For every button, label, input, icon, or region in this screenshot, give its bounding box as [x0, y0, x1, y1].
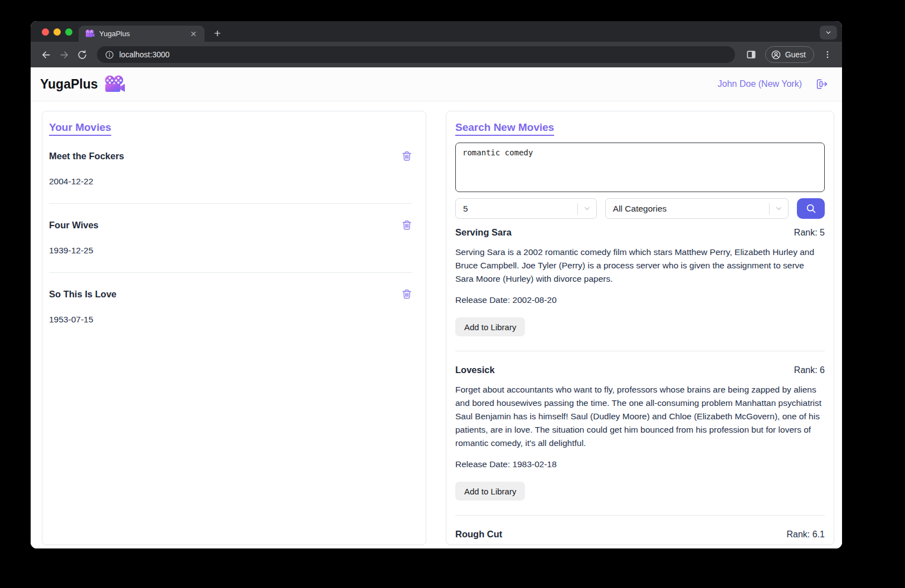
divider — [577, 203, 578, 214]
search-query-input[interactable]: romantic comedy — [455, 143, 825, 192]
category-select[interactable]: All Categories — [605, 198, 789, 219]
result-release-date: Release Date: 1983-02-18 — [455, 459, 825, 469]
result-title: Rough Cut — [455, 529, 502, 540]
result-rank: Rank: 5 — [794, 228, 825, 238]
guest-avatar-icon — [771, 50, 781, 60]
divider — [769, 203, 770, 214]
divider — [49, 272, 412, 273]
side-panel-icon — [746, 49, 757, 60]
search-result: Rough Cut Rank: 6.1 — [455, 529, 825, 540]
side-panel-button[interactable] — [744, 47, 758, 62]
logout-icon — [815, 78, 828, 90]
library-movie-date: 2004-12-22 — [49, 177, 412, 187]
max-results-select[interactable]: 5 — [455, 198, 597, 219]
browser-toolbar: localhost:3000 Guest — [31, 42, 842, 67]
chevron-down-icon — [583, 204, 591, 213]
result-rank: Rank: 6 — [794, 365, 825, 375]
back-arrow-icon — [40, 49, 52, 61]
result-description: Serving Sara is a 2002 romantic comedy f… — [455, 246, 825, 286]
library-movie-item: So This Is Love 1953-07-15 — [49, 288, 412, 325]
add-to-library-button[interactable]: Add to Library — [455, 482, 525, 501]
forward-button[interactable] — [57, 47, 72, 62]
result-rank: Rank: 6.1 — [787, 530, 825, 540]
refresh-button[interactable] — [75, 48, 89, 62]
url-text: localhost:3000 — [119, 50, 169, 59]
trash-icon — [401, 150, 412, 161]
three-dots-icon — [823, 50, 833, 60]
minimize-window-button[interactable] — [53, 28, 61, 36]
back-button[interactable] — [38, 47, 53, 62]
search-result: Lovesick Rank: 6 Forget about accountant… — [455, 365, 825, 516]
app-header: YugaPlus John Doe (New York) — [31, 67, 842, 101]
result-description: Forget about accountants who want to fly… — [455, 383, 825, 450]
result-title: Lovesick — [455, 365, 495, 375]
logout-button[interactable] — [815, 78, 828, 90]
main-content: Your Movies Meet the Fockers 2004-12-22 — [31, 101, 842, 548]
movie-camera-logo-icon — [104, 75, 125, 94]
browser-window: YugaPlus ✕ + localhost:3000 Guest — [31, 21, 842, 548]
guest-profile-button[interactable]: Guest — [765, 46, 814, 63]
trash-icon — [401, 288, 412, 300]
library-movie-title: So This Is Love — [49, 289, 116, 300]
site-info-icon[interactable] — [105, 50, 114, 60]
tab-search-chevron-button[interactable] — [820, 26, 837, 40]
search-button[interactable] — [797, 198, 825, 219]
app-title: YugaPlus — [40, 77, 98, 92]
search-controls: 5 All Categories — [455, 198, 825, 219]
fullscreen-window-button[interactable] — [65, 28, 72, 36]
close-window-button[interactable] — [42, 28, 49, 36]
category-value: All Categories — [613, 204, 765, 214]
search-icon — [805, 203, 817, 214]
divider — [455, 351, 825, 351]
traffic-lights — [42, 28, 72, 36]
refresh-icon — [77, 50, 87, 60]
library-movie-date: 1953-07-15 — [49, 315, 412, 325]
library-movie-title: Meet the Fockers — [49, 151, 124, 161]
guest-label: Guest — [785, 50, 806, 59]
tab-title: YugaPlus — [99, 30, 183, 38]
tab-strip: YugaPlus ✕ + — [31, 21, 842, 42]
browser-menu-button[interactable] — [821, 48, 834, 61]
address-bar[interactable]: localhost:3000 — [97, 46, 735, 63]
your-movies-panel: Your Movies Meet the Fockers 2004-12-22 — [42, 111, 426, 545]
divider — [49, 203, 412, 204]
user-name-location: John Doe (New York) — [718, 79, 802, 89]
forward-arrow-icon — [59, 49, 70, 61]
search-title: Search New Movies — [455, 121, 554, 134]
divider — [455, 515, 825, 516]
max-results-value: 5 — [463, 204, 573, 214]
add-to-library-button[interactable]: Add to Library — [455, 317, 525, 336]
delete-movie-button[interactable] — [401, 288, 412, 300]
library-movie-item: Meet the Fockers 2004-12-22 — [49, 150, 412, 204]
result-title: Serving Sara — [455, 227, 512, 238]
trash-icon — [401, 219, 412, 231]
search-panel: Search New Movies romantic comedy 5 All … — [446, 111, 834, 545]
delete-movie-button[interactable] — [401, 150, 412, 161]
delete-movie-button[interactable] — [401, 219, 412, 231]
library-movie-date: 1939-12-25 — [49, 246, 412, 256]
chevron-down-icon — [775, 204, 783, 213]
chevron-down-icon — [825, 29, 832, 36]
tab-yugaplus[interactable]: YugaPlus ✕ — [79, 26, 205, 42]
new-tab-button[interactable]: + — [212, 27, 223, 39]
tab-favicon-movie-camera-icon — [85, 30, 95, 38]
result-release-date: Release Date: 2002-08-20 — [455, 295, 825, 305]
library-movie-item: Four Wives 1939-12-25 — [49, 219, 412, 273]
tab-close-icon[interactable]: ✕ — [188, 29, 199, 39]
your-movies-title: Your Movies — [49, 121, 111, 134]
search-result: Serving Sara Rank: 5 Serving Sara is a 2… — [455, 227, 825, 351]
library-movie-title: Four Wives — [49, 220, 99, 231]
